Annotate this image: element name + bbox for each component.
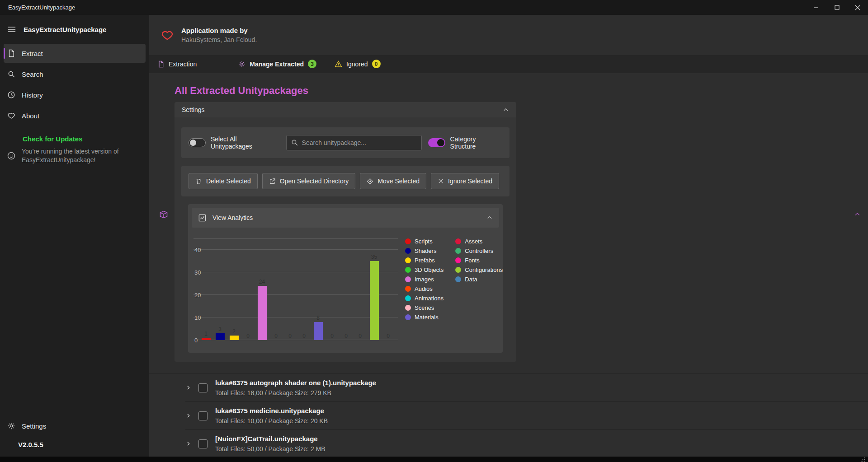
select-all-toggle[interactable] [189,138,206,147]
bar-configurations: 35 [367,238,381,340]
sidebar-item-label: About [22,112,39,120]
search-icon [7,70,15,78]
chevron-right-icon[interactable] [185,385,193,391]
legend-label: Data [465,276,477,283]
resize-grip[interactable] [860,457,865,462]
settings-expander-header[interactable]: Settings [175,102,516,117]
tab-ignored[interactable]: Ignored 0 [330,55,385,73]
version-label: V2.0.5.5 [0,436,149,448]
delete-selected-button[interactable]: Delete Selected [189,173,258,189]
package-checkbox[interactable] [198,439,208,448]
close-button[interactable] [847,0,868,15]
package-row[interactable]: luka#8375 autograph shader one (1).unity… [185,374,868,402]
maximize-button[interactable] [826,0,847,15]
package-checkbox[interactable] [198,383,208,392]
tab-manage-extracted[interactable]: Manage Extracted 3 [234,55,321,73]
made-by-heart-icon [161,29,174,42]
legend-item-shaders: Shaders [405,247,443,255]
analytics-label: View Analytics [212,214,253,221]
legend-label: Images [415,276,434,283]
open-selected-directory-button[interactable]: Open Selected Directory [262,173,356,189]
move-selected-button[interactable]: Move Selected [360,173,426,189]
bar-scripts: 1 [199,238,213,340]
package-box-icon [159,210,168,221]
package-list: luka#8375 autograph shader one (1).unity… [149,373,868,457]
made-by-banner: Application made by HakuSystems, Jan-Fcl… [149,15,868,55]
legend-label: Animations [415,295,443,302]
chart-icon [198,214,207,222]
chart-legend: ScriptsShadersPrefabs3D ObjectsImagesAud… [405,236,503,340]
app-window: EasyExtractUnitypackage EasyExtractUnity… [0,0,868,462]
minimize-button[interactable] [806,0,826,15]
legend-label: Audios [415,285,433,292]
chevron-up-icon[interactable] [854,211,861,219]
sidebar-item-label: History [22,91,43,99]
check-for-updates-link[interactable]: Check for Updates [0,135,149,143]
search-unitypackage-input[interactable] [286,135,422,150]
sidebar-item-about[interactable]: About [4,106,146,125]
update-status: You're running the latest version of Eas… [0,143,149,164]
tab-bar: Extraction Manage Extracted 3 Ignored 0 [149,55,868,73]
document-icon [157,61,165,68]
bar-value-label: 0 [241,333,255,339]
category-structure-label: Category Structure [450,135,502,150]
sidebar-item-label: Search [22,70,43,78]
bar-value-label: 0 [269,333,283,339]
bar-shaders: 3 [213,238,227,340]
window-controls [806,0,868,15]
bar-value-label: 24 [255,279,269,285]
legend-color-dot [455,276,461,282]
bar-value-label: 1 [199,331,213,337]
selected-accent-bar [4,48,5,59]
chevron-right-icon[interactable] [185,441,193,447]
legend-item-3d-objects: 3D Objects [405,266,443,274]
update-status-text: You're running the latest version of Eas… [22,147,128,164]
legend-item-scenes: Scenes [405,304,443,312]
gear-icon [238,61,245,68]
button-label: Open Selected Directory [280,177,349,185]
titlebar: EasyExtractUnitypackage [0,0,868,15]
legend-color-dot [405,314,411,320]
bar-value-label: 2 [227,328,241,335]
bar-value-label: 0 [283,333,297,339]
button-label: Move Selected [377,177,420,185]
chevron-right-icon[interactable] [185,413,193,419]
category-structure-toggle[interactable] [428,138,445,147]
legend-label: Scripts [415,238,433,245]
bar-value-label: 0 [381,333,395,339]
analytics-header[interactable]: View Analytics [192,208,499,228]
manage-extracted-badge: 3 [308,60,316,68]
legend-color-dot [455,267,461,273]
chevron-up-icon[interactable] [503,107,509,113]
sidebar-item-extract[interactable]: Extract [4,44,146,63]
hamburger-menu-icon[interactable] [7,25,16,34]
legend-item-materials: Materials [405,313,443,321]
tab-extraction[interactable]: Extraction [153,55,201,73]
sidebar-item-history[interactable]: History [4,85,146,104]
window-bottom-edge [0,457,868,462]
legend-label: Materials [415,314,439,321]
legend-color-dot [405,276,411,282]
button-label: Delete Selected [206,177,251,185]
sidebar-item-search[interactable]: Search [4,65,146,84]
package-checkbox[interactable] [198,411,208,420]
ignore-selected-button[interactable]: Ignore Selected [431,173,499,189]
legend-label: Fonts [465,257,480,264]
heart-icon [7,112,15,120]
legend-item-fonts: Fonts [455,257,503,264]
legend-color-dot [455,238,461,244]
package-row[interactable]: [NuionFX]CatTrail.unitypackage Total Fil… [185,430,868,457]
toggle-knob [190,140,196,146]
bar-prefabs: 2 [227,238,241,340]
sidebar-item-settings[interactable]: Settings [4,416,146,435]
package-row[interactable]: luka#8375 medicine.unitypackage Total Fi… [185,402,868,430]
legend-item-audios: Audios [405,285,443,293]
bar-value-label: 0 [325,333,339,339]
legend-label: Configurations [465,266,503,273]
page-title: All Extracted Unitypackages [175,85,868,97]
package-name: [NuionFX]CatTrail.unitypackage [215,435,326,443]
chevron-up-icon[interactable] [486,215,493,221]
main-area: Application made by HakuSystems, Jan-Fcl… [149,15,868,457]
legend-color-dot [405,286,411,292]
selection-controls-panel: Select All Unitypackages Category Struct… [181,127,509,158]
